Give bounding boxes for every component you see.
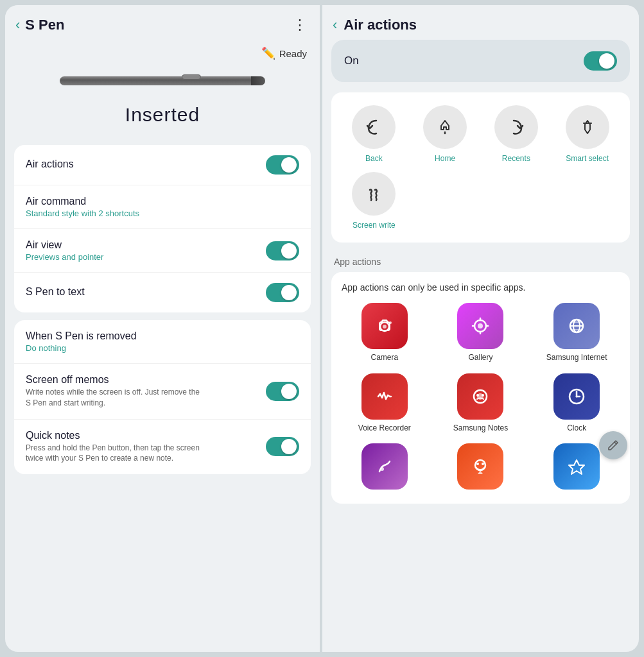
app-item-gallery[interactable]: Gallery bbox=[438, 303, 524, 363]
gesture-card: Back Home bbox=[331, 92, 630, 243]
gesture-grid-row2: Screen write bbox=[342, 172, 620, 230]
screen-off-item[interactable]: Screen off memos Write notes while the s… bbox=[14, 364, 311, 420]
air-view-item[interactable]: Air view Previews and pointer bbox=[14, 229, 311, 273]
left-panel-title: S Pen bbox=[25, 17, 64, 33]
app-actions-section-label: App actions bbox=[331, 250, 630, 272]
when-removed-title: When S Pen is removed bbox=[26, 330, 299, 342]
air-actions-item[interactable]: Air actions bbox=[14, 145, 311, 185]
app-grid: Camera Gallery bbox=[342, 303, 620, 493]
quick-notes-toggle[interactable] bbox=[266, 437, 299, 456]
air-view-title: Air view bbox=[26, 239, 266, 251]
settings-card-1: Air actions Air command Standard style w… bbox=[14, 145, 311, 312]
screen-off-toggle[interactable] bbox=[266, 382, 299, 401]
svg-point-6 bbox=[478, 323, 483, 328]
gallery-app-name: Gallery bbox=[468, 353, 492, 363]
screen-off-title: Screen off memos bbox=[26, 374, 266, 386]
screen-off-desc: Write notes while the screen is off. Jus… bbox=[26, 387, 205, 409]
spen-to-text-toggle[interactable] bbox=[266, 283, 299, 302]
right-panel-title: Air actions bbox=[344, 17, 417, 33]
app-item-voice-recorder[interactable]: Voice Recorder bbox=[342, 373, 428, 434]
quick-notes-title: Quick notes bbox=[26, 430, 266, 441]
screen-write-gesture-icon bbox=[352, 172, 396, 216]
inserted-label: Inserted bbox=[125, 104, 200, 126]
back-button[interactable]: ‹ bbox=[15, 17, 20, 33]
air-actions-main-toggle[interactable] bbox=[584, 51, 617, 71]
svg-point-14 bbox=[576, 395, 578, 397]
air-actions-text: Air actions bbox=[26, 158, 266, 171]
spen-to-text-item[interactable]: S Pen to text bbox=[14, 273, 311, 312]
quick-notes-text: Quick notes Press and hold the Pen butto… bbox=[26, 430, 266, 465]
right-content: On Back bbox=[322, 40, 639, 652]
air-view-subtitle: Previews and pointer bbox=[26, 252, 266, 262]
quick-notes-desc: Press and hold the Pen button, then tap … bbox=[26, 443, 205, 465]
right-panel: ‹ Air actions On Back bbox=[322, 5, 639, 652]
svg-point-11 bbox=[476, 394, 479, 397]
back-gesture-label: Back bbox=[365, 154, 383, 163]
svg-point-2 bbox=[383, 325, 387, 328]
left-header: ‹ S Pen ⋮ bbox=[5, 5, 320, 40]
voice-recorder-app-icon bbox=[361, 373, 408, 420]
svg-point-17 bbox=[476, 463, 479, 465]
smart-select-gesture-label: Smart select bbox=[566, 154, 609, 163]
app-item-1[interactable] bbox=[342, 443, 428, 493]
samsung-notes-app-icon bbox=[457, 373, 503, 420]
samsung-notes-app-name: Samsung Notes bbox=[453, 423, 508, 434]
back-gesture-icon bbox=[352, 105, 396, 149]
recents-gesture-label: Recents bbox=[502, 154, 530, 163]
air-view-toggle[interactable] bbox=[266, 241, 299, 260]
app-item-2[interactable] bbox=[438, 443, 524, 493]
on-label: On bbox=[344, 55, 359, 67]
air-actions-toggle[interactable] bbox=[266, 155, 299, 175]
spen-tip bbox=[251, 76, 265, 85]
gallery-app-icon bbox=[457, 303, 503, 349]
more-options-button[interactable]: ⋮ bbox=[293, 17, 307, 33]
spen-body bbox=[60, 76, 259, 85]
gesture-back[interactable]: Back bbox=[342, 105, 406, 163]
air-actions-title: Air actions bbox=[26, 158, 266, 170]
screen-write-gesture-label: Screen write bbox=[352, 221, 396, 230]
air-command-item[interactable]: Air command Standard style with 2 shortc… bbox=[14, 185, 311, 229]
svg-point-4 bbox=[389, 321, 392, 324]
gesture-recents[interactable]: Recents bbox=[484, 105, 549, 163]
clock-app-name: Clock bbox=[567, 423, 586, 434]
when-removed-item[interactable]: When S Pen is removed Do nothing bbox=[14, 320, 311, 364]
svg-point-12 bbox=[482, 394, 484, 397]
camera-app-name: Camera bbox=[370, 353, 398, 363]
right-back-button[interactable]: ‹ bbox=[333, 17, 337, 33]
gesture-home[interactable]: Home bbox=[413, 105, 478, 163]
gesture-smart-select[interactable]: Smart select bbox=[555, 105, 620, 163]
samsung-internet-app-icon bbox=[553, 303, 600, 349]
app1-icon bbox=[361, 443, 408, 490]
svg-point-15 bbox=[380, 467, 384, 471]
when-removed-subtitle: Do nothing bbox=[26, 343, 299, 353]
spen-status-area: ✏️ Ready Inserted bbox=[5, 40, 320, 139]
gesture-grid: Back Home bbox=[342, 105, 620, 163]
camera-app-icon bbox=[361, 303, 408, 349]
left-panel: ‹ S Pen ⋮ ✏️ Ready Inserted Air actions bbox=[5, 5, 320, 652]
settings-card-2: When S Pen is removed Do nothing Screen … bbox=[14, 320, 311, 474]
app2-icon bbox=[457, 443, 503, 490]
spen-to-text-text: S Pen to text bbox=[26, 286, 266, 299]
home-gesture-icon bbox=[423, 105, 467, 149]
pen-ready-icon: ✏️ bbox=[261, 46, 275, 60]
voice-recorder-app-name: Voice Recorder bbox=[358, 423, 411, 434]
app-item-camera[interactable]: Camera bbox=[342, 303, 428, 363]
app-item-clock[interactable]: Clock bbox=[534, 373, 620, 434]
app-item-samsung-notes[interactable]: Samsung Notes bbox=[438, 373, 524, 434]
samsung-internet-app-name: Samsung Internet bbox=[546, 353, 607, 363]
spen-illustration bbox=[53, 68, 272, 94]
when-removed-text: When S Pen is removed Do nothing bbox=[26, 330, 299, 353]
gesture-screen-write[interactable]: Screen write bbox=[342, 172, 406, 230]
ready-label: Ready bbox=[279, 48, 307, 59]
air-command-title: Air command bbox=[26, 196, 299, 207]
air-command-subtitle: Standard style with 2 shortcuts bbox=[26, 209, 299, 218]
on-toggle-card: On bbox=[331, 40, 630, 82]
app-item-samsung-internet[interactable]: Samsung Internet bbox=[534, 303, 620, 363]
app-actions-card: App actions can only be used in specific… bbox=[331, 272, 630, 504]
header-left: ‹ S Pen bbox=[15, 17, 64, 33]
edit-fab-button[interactable] bbox=[599, 431, 627, 459]
quick-notes-item[interactable]: Quick notes Press and hold the Pen butto… bbox=[14, 420, 311, 475]
spen-to-text-title: S Pen to text bbox=[26, 286, 266, 298]
home-gesture-label: Home bbox=[435, 154, 455, 163]
settings-list: Air actions Air command Standard style w… bbox=[5, 139, 320, 652]
